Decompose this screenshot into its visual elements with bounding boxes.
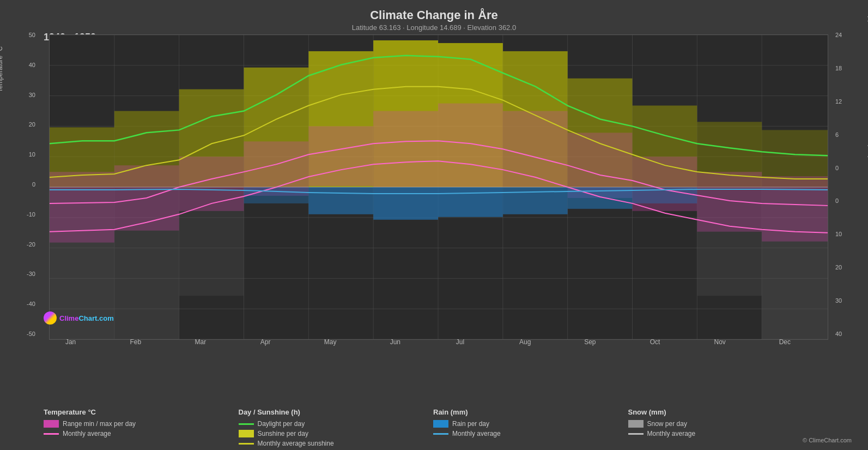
legend-daylight: Daylight per day: [239, 420, 428, 428]
legend-rain-swatch: [433, 420, 448, 428]
legend-sunshine-label: Sunshine per day: [258, 430, 308, 437]
svg-rect-43: [308, 126, 373, 186]
legend-temp: Temperature °C Range min / max per day M…: [38, 408, 233, 447]
chart-title: Climate Change in Åre: [11, 8, 857, 22]
logo-icon-bottom: [44, 311, 57, 325]
svg-rect-39: [50, 172, 114, 243]
x-label-feb: Feb: [106, 338, 166, 346]
svg-rect-44: [373, 111, 438, 188]
svg-rect-49: [697, 172, 762, 232]
x-label-dec: Dec: [755, 338, 815, 346]
legend-sunshine-avg-line: [239, 443, 254, 445]
y-tick-50: 50: [29, 32, 35, 38]
y-right-tick-24: 24: [835, 32, 842, 38]
legend-temp-range-label: Range min / max per day: [63, 420, 136, 428]
chart-container: Climate Change in Åre Latitude 63.163 · …: [0, 0, 868, 450]
y-right-tick-30: 30: [835, 297, 842, 304]
y-tick-40: 40: [29, 62, 35, 68]
y-axis-left: 50 40 30 20 10 0 -10 -20 -30 -40 -50: [5, 32, 35, 337]
x-label-mar: Mar: [171, 338, 230, 346]
y-tick-30: 30: [29, 92, 35, 98]
x-label-jun: Jun: [365, 338, 425, 346]
legend-sunshine-avg: Monthly average sunshine: [239, 440, 428, 447]
legend-snow-swatch: [628, 420, 644, 428]
y-tick-20: 20: [29, 121, 35, 128]
chart-area: [49, 34, 828, 340]
x-label-jan: Jan: [41, 338, 101, 346]
x-label-may: May: [300, 338, 360, 346]
y-tick-0: 0: [32, 181, 35, 188]
legend-snow-avg-label: Monthly average: [647, 430, 696, 437]
y-tick-m10: -10: [27, 211, 35, 218]
logo-chart-bottom: Chart.com: [78, 314, 113, 322]
legend-rain-label: Rain per day: [452, 420, 489, 428]
svg-rect-46: [503, 111, 568, 188]
legend-snow-swatch-item: Snow per day: [628, 420, 818, 428]
y-right-tick-10: 10: [835, 231, 842, 237]
legend-rain-title: Rain (mm): [433, 408, 623, 416]
x-label-jul: Jul: [430, 338, 490, 346]
svg-rect-53: [438, 187, 503, 217]
legend-snow-avg-line: [628, 433, 644, 435]
chart-subtitle: Latitude 63.163 · Longitude 14.689 · Ele…: [11, 23, 857, 32]
legend-rain: Rain (mm) Rain per day Monthly average: [428, 408, 623, 447]
y-right-tick-0bottom: 0: [835, 197, 839, 204]
y-right-tick-18: 18: [835, 65, 842, 71]
legend-temp-range-swatch: [44, 420, 59, 428]
copyright: © ClimeChart.com: [803, 437, 852, 443]
legend-snow-label: Snow per day: [647, 420, 687, 428]
legend-temp-range: Range min / max per day: [44, 420, 233, 428]
y-tick-m40: -40: [27, 301, 35, 307]
y-tick-m50: -50: [27, 331, 35, 337]
svg-rect-56: [244, 187, 309, 203]
y-tick-10: 10: [29, 151, 35, 158]
legend-temp-avg-label: Monthly average: [63, 430, 111, 437]
y-right-tick-0top: 0: [835, 165, 839, 171]
legend-sunshine-swatch-item: Sunshine per day: [239, 430, 428, 437]
y-right-tick-20: 20: [835, 264, 842, 271]
legend-sunshine-avg-label: Monthly average sunshine: [258, 440, 334, 447]
legend-daylight-label: Daylight per day: [258, 420, 305, 428]
legend-temp-avg: Monthly average: [44, 430, 233, 437]
x-label-oct: Oct: [625, 338, 685, 346]
svg-rect-52: [373, 187, 438, 220]
legend-rain-avg: Monthly average: [433, 430, 623, 437]
legend-snow-avg: Monthly average: [628, 430, 818, 437]
y-axis-right: 24 18 12 6 0 0 10 20 30 40: [835, 32, 865, 337]
y-right-tick-12: 12: [835, 98, 842, 105]
legend-daylight-line: [239, 423, 254, 425]
logo-clime-bottom: Clime: [59, 314, 78, 322]
x-label-apr: Apr: [235, 338, 295, 346]
x-label-sep: Sep: [560, 338, 620, 346]
logo-text-bottom: ClimeChart.com: [59, 314, 114, 322]
y-tick-m30: -30: [27, 271, 35, 277]
svg-rect-51: [308, 187, 373, 214]
x-label-aug: Aug: [495, 338, 555, 346]
legend-sunshine-title: Day / Sunshine (h): [239, 408, 428, 416]
legend-sunshine-swatch: [239, 430, 254, 437]
legend-rain-avg-line: [433, 433, 448, 435]
y-right-tick-6: 6: [835, 131, 839, 138]
svg-rect-41: [179, 157, 244, 211]
y-axis-left-label: Temperature °C: [0, 26, 4, 113]
legend-snow: Snow (mm) Snow per day Monthly average: [623, 408, 818, 447]
legend-area: Temperature °C Range min / max per day M…: [38, 408, 817, 447]
legend-temp-avg-line: [44, 433, 59, 435]
x-axis: Jan Feb Mar Apr May Jun Jul Aug Sep Oct …: [38, 338, 817, 346]
legend-snow-title: Snow (mm): [628, 408, 818, 416]
svg-rect-45: [438, 104, 503, 187]
x-label-nov: Nov: [690, 338, 750, 346]
logo-bottom-left: ClimeChart.com: [44, 311, 114, 325]
y-right-tick-40: 40: [835, 331, 842, 337]
legend-rain-swatch-item: Rain per day: [433, 420, 623, 428]
chart-svg: [50, 35, 828, 339]
y-tick-m20: -20: [27, 241, 35, 248]
legend-sunshine: Day / Sunshine (h) Daylight per day Suns…: [233, 408, 428, 447]
legend-rain-avg-label: Monthly average: [452, 430, 501, 437]
legend-temp-title: Temperature °C: [44, 408, 233, 416]
